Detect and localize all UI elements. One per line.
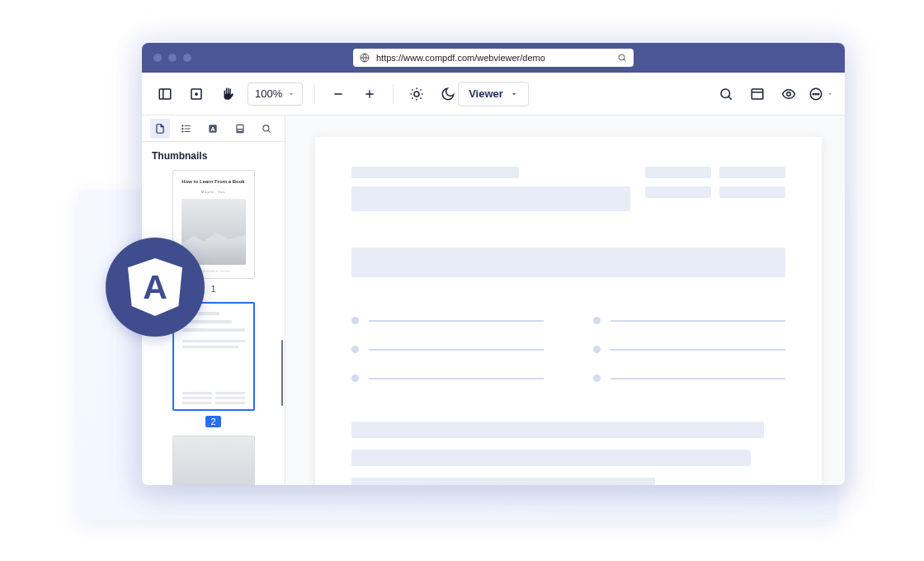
placeholder-line: [645, 186, 711, 198]
mode-label: Viewer: [469, 87, 503, 100]
zoom-out-button[interactable]: [327, 82, 350, 106]
globe-icon: [360, 53, 370, 63]
bullet-icon: [351, 317, 359, 324]
angular-shield-icon: A: [128, 258, 182, 316]
url-bar[interactable]: https://www.compdf.com/webviewer/demo: [353, 49, 634, 67]
pan-tool-button[interactable]: [216, 82, 239, 106]
sidebar-tabs: A: [142, 116, 285, 142]
placeholder-line: [610, 320, 785, 322]
svg-point-8: [787, 92, 791, 96]
placeholder-line: [610, 349, 785, 351]
window-minimize-icon[interactable]: [168, 54, 177, 62]
layout-button[interactable]: [746, 82, 769, 106]
placeholder-line: [719, 167, 785, 178]
svg-point-1: [619, 54, 625, 60]
thumbnail-number: 1: [210, 284, 215, 294]
search-icon[interactable]: [617, 53, 627, 63]
svg-text:A: A: [143, 268, 167, 306]
placeholder-line: [369, 349, 544, 351]
placeholder-line: [351, 450, 751, 466]
placeholder-line: [369, 378, 544, 380]
placeholder-line: [719, 186, 785, 198]
sidebar-panel-title: Thumbnails: [142, 142, 285, 167]
bullet-icon: [593, 375, 601, 382]
toolbar-right: [714, 82, 833, 106]
svg-point-20: [263, 125, 269, 130]
tab-attachments[interactable]: [230, 119, 250, 139]
placeholder-line: [182, 328, 245, 332]
svg-rect-2: [159, 89, 171, 99]
tab-outline[interactable]: [177, 119, 196, 139]
tab-annotations[interactable]: A: [203, 119, 223, 139]
placeholder-block: [182, 340, 245, 348]
placeholder-header-row: [351, 167, 785, 211]
panel-toggle-button[interactable]: [153, 82, 177, 106]
dark-mode-button[interactable]: [436, 82, 460, 106]
mode-dropdown[interactable]: Viewer: [458, 82, 529, 106]
toolbar-separator: [393, 84, 394, 104]
thumbnail-item[interactable]: [172, 436, 255, 485]
window-controls[interactable]: [153, 54, 191, 62]
thumbnail-number: 2: [205, 416, 220, 427]
browser-window: https://www.compdf.com/webviewer/demo 10…: [142, 43, 845, 485]
svg-point-15: [182, 130, 183, 131]
url-text: https://www.compdf.com/webviewer/demo: [376, 53, 610, 63]
placeholder-line: [351, 478, 655, 485]
placeholder-line: [645, 167, 711, 178]
window-maximize-icon[interactable]: [183, 54, 191, 62]
svg-point-10: [813, 93, 814, 95]
placeholder-bullet-columns: [351, 317, 785, 382]
svg-text:A: A: [211, 125, 216, 132]
thumb-image: [173, 436, 254, 485]
bullet-icon: [351, 375, 359, 382]
placeholder-block: [182, 392, 245, 404]
svg-point-5: [414, 92, 419, 97]
window-close-icon[interactable]: [153, 54, 162, 62]
zoom-in-button[interactable]: [358, 82, 381, 106]
light-mode-button[interactable]: [405, 82, 428, 106]
placeholder-block: [351, 186, 630, 211]
search-button[interactable]: [714, 82, 738, 106]
fit-page-button[interactable]: [185, 82, 208, 106]
toolbar-separator: [314, 84, 315, 104]
tab-thumbnails[interactable]: [150, 119, 170, 139]
viewer-content: A Thumbnails How to Learn From a Book Ma…: [142, 116, 845, 485]
svg-point-6: [721, 89, 730, 98]
placeholder-line: [351, 167, 519, 178]
placeholder-line: [369, 320, 544, 322]
chevron-down-icon: [287, 90, 295, 98]
tab-search[interactable]: [257, 119, 276, 139]
document-viewport[interactable]: [285, 116, 845, 485]
placeholder-line: [610, 378, 785, 380]
svg-point-14: [182, 128, 183, 129]
svg-point-12: [818, 93, 819, 95]
scrollbar-thumb[interactable]: [281, 340, 283, 406]
viewer-toolbar: 100% Viewer: [142, 73, 845, 116]
zoom-select[interactable]: 100%: [248, 82, 303, 106]
more-options-button[interactable]: [808, 82, 833, 106]
svg-point-13: [182, 125, 183, 125]
placeholder-paragraph: [351, 422, 785, 485]
placeholder-block: [351, 248, 785, 277]
bullet-icon: [351, 346, 359, 353]
chevron-down-icon: [510, 90, 518, 98]
chevron-down-icon: [827, 91, 833, 97]
angular-badge: A: [106, 238, 205, 337]
svg-point-11: [815, 93, 817, 95]
thumb-doc-title: How to Learn From a Book: [182, 179, 246, 185]
thumbnail-page[interactable]: [172, 436, 255, 485]
thumb-doc-subtitle: Maple, Tas: [182, 190, 246, 194]
svg-rect-7: [752, 89, 763, 99]
visibility-button[interactable]: [777, 82, 800, 106]
bullet-icon: [593, 317, 601, 324]
svg-rect-19: [238, 129, 243, 131]
placeholder-line: [351, 422, 764, 438]
browser-titlebar: https://www.compdf.com/webviewer/demo: [142, 43, 845, 73]
svg-point-4: [196, 92, 197, 94]
document-page: [315, 137, 822, 485]
zoom-value: 100%: [255, 87, 282, 100]
bullet-icon: [593, 346, 601, 353]
